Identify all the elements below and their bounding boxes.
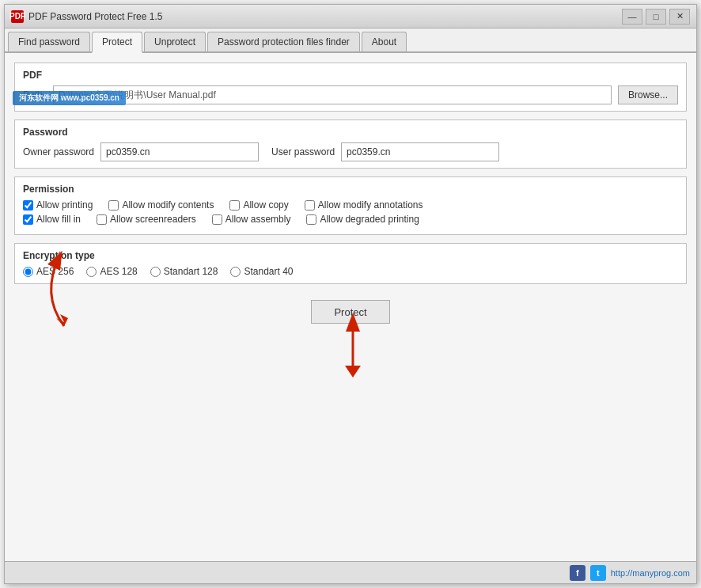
allow-copy-label: Allow copy: [243, 199, 288, 211]
maximize-button[interactable]: □: [646, 9, 666, 25]
title-bar-left: PDF PDF Password Protect Free 1.5: [11, 10, 162, 23]
perm-allow-modify-annotations[interactable]: Allow modify annotations: [305, 199, 423, 211]
pdf-section-label: PDF: [23, 70, 678, 81]
perm-allow-printing[interactable]: Allow printing: [23, 199, 93, 211]
app-icon: PDF: [11, 10, 24, 23]
aes128-radio[interactable]: [86, 267, 97, 277]
aes256-radio[interactable]: [23, 267, 33, 277]
permission-row-2: Allow fill in Allow screenreaders Allow …: [23, 214, 678, 225]
permission-section-label: Permission: [23, 184, 678, 195]
facebook-icon[interactable]: f: [570, 565, 585, 581]
app-icon-text: PDF: [9, 12, 25, 21]
perm-allow-modify-contents[interactable]: Allow modify contents: [108, 199, 214, 211]
title-bar-controls: — □ ✕: [622, 9, 690, 25]
aes256-label: AES 256: [36, 266, 74, 277]
enc-standart128[interactable]: Standart 128: [150, 266, 218, 277]
browse-button[interactable]: Browse...: [618, 85, 678, 104]
perm-allow-copy[interactable]: Allow copy: [229, 199, 288, 211]
allow-copy-checkbox[interactable]: [229, 200, 240, 211]
allow-fill-in-checkbox[interactable]: [23, 214, 33, 225]
title-bar: PDF PDF Password Protect Free 1.5 — □ ✕: [5, 5, 696, 28]
minimize-button[interactable]: —: [622, 9, 642, 25]
permission-row-1: Allow printing Allow modify contents All…: [23, 199, 678, 211]
allow-screenreaders-checkbox[interactable]: [97, 214, 107, 225]
perm-allow-degraded-printing[interactable]: Allow degraded printing: [306, 214, 419, 225]
watermark: 河东软件网 www.pc0359.cn: [13, 91, 126, 105]
owner-password-label: Owner password: [23, 146, 94, 157]
user-password-group: User password: [271, 142, 499, 161]
allow-printing-label: Allow printing: [36, 199, 93, 211]
enc-standart40[interactable]: Standart 40: [230, 266, 293, 277]
encryption-section: Encryption type AES 256 AES 128 Standart…: [14, 243, 687, 284]
allow-modify-annotations-label: Allow modify annotations: [318, 199, 423, 211]
allow-printing-checkbox[interactable]: [23, 200, 33, 211]
user-password-label: User password: [271, 146, 335, 157]
perm-allow-screenreaders[interactable]: Allow screenreaders: [97, 214, 196, 225]
allow-modify-contents-checkbox[interactable]: [108, 200, 119, 211]
standart128-label: Standart 128: [164, 266, 218, 277]
content-area: 河东软件网 www.pc0359.cn PDF Path Browse... P…: [5, 53, 696, 561]
perm-allow-fill-in[interactable]: Allow fill in: [23, 214, 81, 225]
allow-modify-contents-label: Allow modify contents: [122, 199, 214, 211]
standart128-radio[interactable]: [150, 267, 161, 277]
allow-fill-in-label: Allow fill in: [36, 214, 81, 225]
watermark-text: 河东软件网 www.pc0359.cn: [13, 91, 126, 105]
main-window: PDF PDF Password Protect Free 1.5 — □ ✕ …: [4, 4, 697, 584]
tab-password-files-finder[interactable]: Password protection files finder: [207, 32, 360, 51]
tab-find-password[interactable]: Find password: [8, 32, 90, 51]
tab-bar: Find password Protect Unprotect Password…: [5, 28, 696, 53]
encryption-row: AES 256 AES 128 Standart 128 Standart 40: [23, 266, 678, 277]
user-password-input[interactable]: [341, 142, 499, 161]
owner-password-group: Owner password: [23, 142, 259, 161]
window-title: PDF Password Protect Free 1.5: [28, 11, 162, 22]
password-row: Owner password User password: [23, 142, 678, 161]
encryption-section-label: Encryption type: [23, 250, 678, 261]
allow-modify-annotations-checkbox[interactable]: [305, 200, 315, 211]
password-section: Password Owner password User password: [14, 119, 687, 169]
tab-unprotect[interactable]: Unprotect: [144, 32, 206, 51]
protect-button-area: Protect: [14, 300, 687, 324]
svg-marker-2: [345, 366, 361, 377]
path-input[interactable]: [53, 85, 612, 104]
website-link[interactable]: http://manyprog.com: [611, 568, 690, 578]
allow-assembly-checkbox[interactable]: [212, 214, 222, 225]
perm-allow-assembly[interactable]: Allow assembly: [212, 214, 291, 225]
allow-degraded-printing-checkbox[interactable]: [306, 214, 316, 225]
footer-bar: f t http://manyprog.com: [5, 561, 696, 583]
owner-password-input[interactable]: [100, 142, 259, 161]
standart40-radio[interactable]: [230, 267, 241, 277]
allow-assembly-label: Allow assembly: [225, 214, 291, 225]
standart40-label: Standart 40: [244, 266, 293, 277]
enc-aes256[interactable]: AES 256: [23, 266, 74, 277]
protect-button[interactable]: Protect: [311, 300, 390, 324]
close-button[interactable]: ✕: [669, 9, 690, 25]
aes128-label: AES 128: [100, 266, 137, 277]
allow-degraded-printing-label: Allow degraded printing: [320, 214, 419, 225]
twitter-icon[interactable]: t: [590, 565, 606, 581]
tab-protect[interactable]: Protect: [92, 32, 142, 53]
allow-screenreaders-label: Allow screenreaders: [110, 214, 196, 225]
password-section-label: Password: [23, 127, 678, 138]
tab-about[interactable]: About: [362, 32, 407, 51]
permission-section: Permission Allow printing Allow modify c…: [14, 176, 687, 235]
enc-aes128[interactable]: AES 128: [86, 266, 137, 277]
